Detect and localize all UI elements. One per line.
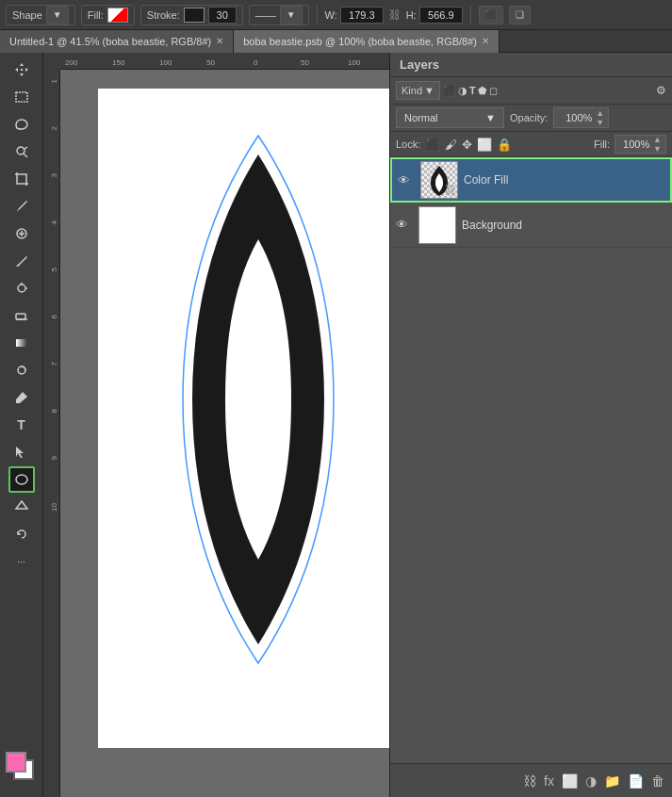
canvas — [60, 70, 389, 797]
tool-eyedropper[interactable] — [8, 193, 35, 220]
height-input[interactable] — [419, 7, 463, 24]
ruler-vertical: 1 2 3 4 5 6 7 8 9 10 — [43, 70, 60, 797]
tab-untitled[interactable]: Untitled-1 @ 41.5% (boba beastie, RGB/8#… — [0, 30, 234, 53]
fill-color-box[interactable] — [107, 8, 128, 23]
ruler-v-tick-3: 3 — [50, 173, 58, 177]
w-label: W: — [325, 9, 337, 21]
new-adjustment-btn[interactable]: ◑ — [585, 773, 597, 789]
opacity-label: Opacity: — [510, 112, 548, 123]
ruler-v-tick-2: 2 — [50, 126, 58, 130]
tool-pen[interactable] — [8, 384, 35, 411]
fill-label: Fill: — [594, 138, 610, 150]
width-input[interactable] — [340, 7, 384, 24]
layer-colorfill-visibility[interactable]: 👁 — [398, 173, 415, 187]
tool-move[interactable] — [8, 57, 35, 83]
layer-background-visibility[interactable]: 👁 — [396, 218, 413, 232]
svg-line-2 — [24, 154, 27, 157]
add-mask-btn[interactable]: ⬜ — [562, 773, 578, 789]
artwork-layer — [173, 126, 343, 673]
layer-colorfill[interactable]: 👁 — [390, 157, 672, 203]
filter-kind-label: Kind — [402, 85, 422, 96]
tool-extra[interactable]: ··· — [8, 548, 35, 575]
tab-bar: Untitled-1 @ 41.5% (boba beastie, RGB/8#… — [0, 30, 672, 53]
opacity-input[interactable] — [558, 107, 596, 128]
svg-rect-0 — [16, 92, 27, 102]
ruler-horizontal: 200 150 100 50 0 50 100 150 — [60, 53, 389, 70]
delete-layer-btn[interactable]: 🗑 — [651, 773, 664, 789]
filter-adjustment-icon[interactable]: ◑ — [458, 85, 467, 97]
layer-colorfill-link[interactable]: ⛓ — [445, 184, 456, 197]
width-group: W: — [325, 7, 384, 24]
link-icon[interactable]: ⛓ — [389, 8, 401, 22]
fill-input[interactable] — [619, 135, 653, 154]
tool-dodge[interactable] — [8, 357, 35, 383]
new-layer-btn[interactable]: 📄 — [628, 773, 644, 789]
tool-crop[interactable] — [8, 166, 35, 192]
layer-colorfill-thumb: ⛓ — [420, 161, 458, 199]
foreground-color-swatch[interactable] — [6, 752, 26, 773]
ruler-h-tick-100neg: 100 — [159, 58, 172, 67]
filter-smart-icon[interactable]: ◻ — [489, 85, 498, 97]
tab-untitled-label: Untitled-1 @ 41.5% (boba beastie, RGB/8#… — [9, 36, 211, 47]
tool-path-select[interactable] — [8, 439, 35, 465]
layer-colorfill-name: Color Fill — [464, 173, 508, 187]
stroke-color-box[interactable] — [184, 8, 205, 23]
align-btn[interactable]: ⬛ — [479, 6, 503, 24]
shape-svg — [173, 126, 343, 673]
lock-brush-btn[interactable]: 🖌 — [445, 138, 457, 152]
tool-rectangle-select[interactable] — [8, 84, 35, 110]
shape-dropdown-btn[interactable]: ▼ — [46, 6, 69, 24]
filter-pixel-icon[interactable]: ⬛ — [443, 85, 456, 97]
arrange-btn[interactable]: ❑ — [509, 6, 531, 24]
tool-gradient[interactable] — [8, 330, 35, 356]
link-layers-btn[interactable]: ⛓ — [523, 773, 536, 789]
layers-settings-icon[interactable]: ⚙ — [656, 84, 666, 97]
toolbox: T ··· — [0, 53, 43, 797]
filter-kind-dropdown[interactable]: Kind ▼ — [396, 81, 440, 100]
stroke-label: Stroke: — [147, 9, 180, 21]
ruler-v-tick-5: 5 — [50, 268, 58, 271]
tab-boba-close[interactable]: ✕ — [482, 36, 489, 46]
tool-hand[interactable] — [8, 494, 35, 520]
h-label: H: — [406, 9, 417, 21]
fill-group: Fill: — [81, 5, 135, 25]
layer-background[interactable]: 👁 Background — [390, 203, 672, 248]
new-group-btn[interactable]: 📁 — [604, 773, 620, 789]
blend-mode-dropdown[interactable]: Normal ▼ — [396, 107, 504, 128]
shape-mode-group: Shape ▼ — [6, 5, 75, 25]
tool-eraser[interactable] — [8, 302, 35, 329]
tool-brush[interactable] — [8, 248, 35, 274]
stroke-value-input[interactable] — [208, 7, 237, 24]
layer-background-name: Background — [462, 219, 522, 232]
lock-all-btn[interactable]: 🔒 — [497, 138, 512, 152]
opacity-input-group: ▲▼ — [553, 107, 609, 128]
tab-boba[interactable]: boba beastie.psb @ 100% (boba beastie, R… — [234, 30, 500, 53]
add-effect-btn[interactable]: fx — [544, 773, 554, 789]
svg-point-7 — [18, 285, 25, 292]
tool-text[interactable]: T — [8, 412, 35, 438]
tab-untitled-close[interactable]: ✕ — [216, 36, 223, 46]
blend-mode-arrow: ▼ — [485, 112, 496, 123]
tool-ellipse[interactable] — [8, 466, 35, 493]
tool-lasso[interactable] — [8, 111, 35, 138]
ruler-h-tick-50: 50 — [301, 58, 309, 67]
tool-rotate[interactable] — [8, 521, 35, 547]
filter-shape-icon[interactable]: ⬟ — [478, 85, 487, 97]
lock-checkerboard-btn[interactable]: ⬛ — [425, 138, 440, 152]
tool-quick-select[interactable] — [8, 138, 35, 165]
line-style-dropdown[interactable]: ▼ — [280, 6, 303, 24]
filter-text-icon[interactable]: T — [469, 85, 476, 97]
layers-title-text: Layers — [400, 57, 439, 72]
lock-artboard-btn[interactable]: ⬜ — [477, 138, 492, 152]
ruler-h-tick-100: 100 — [348, 58, 360, 67]
layers-panel-title: Layers — [390, 53, 672, 77]
tool-clone[interactable] — [8, 275, 35, 301]
fill-arrows[interactable]: ▲▼ — [653, 135, 662, 154]
stroke-group: Stroke: — [140, 5, 243, 25]
ruler-v-tick-8: 8 — [50, 409, 58, 413]
opacity-arrows[interactable]: ▲▼ — [596, 108, 604, 127]
tool-spot-heal[interactable] — [8, 220, 35, 247]
lock-move-btn[interactable]: ✥ — [462, 138, 472, 152]
filter-icons-group: ⬛ ◑ T ⬟ ◻ — [443, 85, 498, 97]
svg-rect-21 — [419, 207, 455, 243]
